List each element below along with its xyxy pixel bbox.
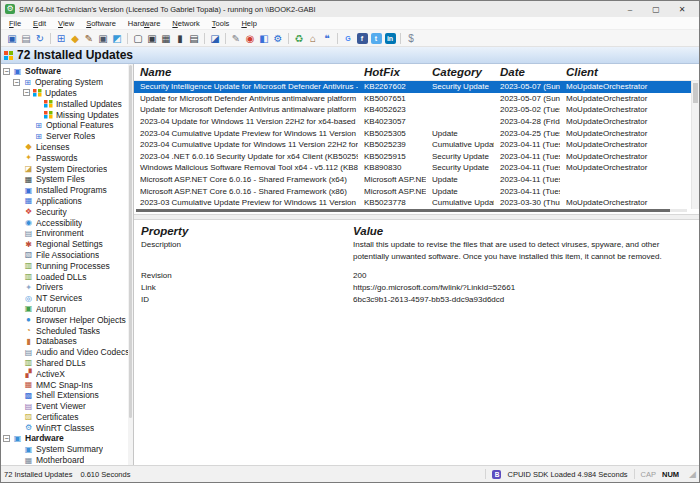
open-folder-icon[interactable]: ◪ bbox=[209, 32, 222, 45]
sidebar-item-server-roles[interactable]: ⊞Server Roles bbox=[1, 131, 133, 142]
column-header-name[interactable]: Name bbox=[134, 66, 358, 78]
sidebar-item-shell-extensions[interactable]: ▩Shell Extensions bbox=[1, 390, 133, 401]
sidebar-item-system-summary[interactable]: ▣System Summary bbox=[1, 444, 133, 455]
column-header-hotfix[interactable]: HotFix bbox=[358, 66, 426, 78]
linkedin-icon[interactable]: in bbox=[385, 33, 396, 44]
remote-support-icon[interactable]: ◧ bbox=[258, 32, 271, 45]
table-row[interactable]: Security Intelligence Update for Microso… bbox=[134, 81, 691, 93]
sidebar-item-event-viewer[interactable]: ▤Event Viewer bbox=[1, 401, 133, 412]
table-row[interactable]: 2023-03 Cumulative Update Preview for Wi… bbox=[134, 197, 691, 209]
sidebar-item-optional-features[interactable]: ⊞Optional Features bbox=[1, 120, 133, 131]
sidebar-item-missing-updates[interactable]: Missing Updates bbox=[1, 109, 133, 120]
table-row[interactable]: 2023-04 .NET 6.0.16 Security Update for … bbox=[134, 151, 691, 163]
table-row[interactable]: Windows Malicious Software Removal Tool … bbox=[134, 162, 691, 174]
phone-icon[interactable]: ▮ bbox=[174, 32, 187, 45]
menu-help[interactable]: Help bbox=[235, 19, 262, 28]
tree-expander[interactable]: − bbox=[23, 89, 30, 96]
sidebar-item-drivers[interactable]: ✦Drivers bbox=[1, 282, 133, 293]
sidebar-item-installed-programs[interactable]: ▣Installed Programs bbox=[1, 185, 133, 196]
column-header-client[interactable]: Client bbox=[560, 66, 691, 78]
stop-record-icon[interactable]: ◉ bbox=[244, 32, 257, 45]
minimize-button[interactable]: – bbox=[617, 5, 643, 14]
menu-view[interactable]: View bbox=[52, 19, 80, 28]
sidebar-item-activex[interactable]: ▞ActiveX bbox=[1, 368, 133, 379]
sidebar-item-scheduled-tasks[interactable]: ◔Scheduled Tasks bbox=[1, 325, 133, 336]
sidebar-item-loaded-dlls[interactable]: ▥Loaded DLLs bbox=[1, 271, 133, 282]
table-row[interactable]: 2023-04 Cumulative Update Preview for Wi… bbox=[134, 127, 691, 139]
sidebar-item-software[interactable]: −▣Software bbox=[1, 66, 133, 77]
monitor-test-icon[interactable]: ▣ bbox=[97, 32, 110, 45]
menu-tools[interactable]: Tools bbox=[206, 19, 236, 28]
sidebar-item-system-files[interactable]: ▦System Files bbox=[1, 174, 133, 185]
sidebar-item-audio-and-video-codecs[interactable]: ▤Audio and Video Codecs bbox=[1, 347, 133, 358]
sidebar-item-winrt-classes[interactable]: ⚙WinRT Classes bbox=[1, 422, 133, 433]
home-icon[interactable]: ⌂ bbox=[307, 32, 320, 45]
sidebar-scrollbar-thumb[interactable] bbox=[129, 65, 132, 418]
resize-grip[interactable]: ◢ bbox=[689, 469, 696, 479]
device-icon[interactable]: ▤ bbox=[188, 32, 201, 45]
sidebar-item-hardware[interactable]: −▣Hardware bbox=[1, 433, 133, 444]
sidebar-item-autorun[interactable]: ▣Autorun bbox=[1, 304, 133, 315]
table-row[interactable]: 2023-04 Update for Windows 11 Version 22… bbox=[134, 116, 691, 128]
table-row[interactable]: Update for Microsoft Defender Antivirus … bbox=[134, 104, 691, 116]
settings-icon[interactable]: ⚙ bbox=[272, 32, 285, 45]
table-row[interactable]: Microsoft ASP.NET Core 6.0.16 - Shared F… bbox=[134, 174, 691, 186]
report-icon[interactable]: ⊞ bbox=[55, 32, 68, 45]
column-header-date[interactable]: Date bbox=[494, 66, 560, 78]
eco-icon[interactable]: ♻ bbox=[293, 32, 306, 45]
sidebar-item-mmc-snap-ins[interactable]: ▦MMC Snap-Ins bbox=[1, 379, 133, 390]
facebook-icon[interactable]: f bbox=[357, 33, 368, 44]
window-list-icon[interactable]: ▢ bbox=[132, 32, 145, 45]
twitter-icon[interactable]: t bbox=[371, 33, 382, 44]
table-hscroll-thumb[interactable] bbox=[136, 209, 670, 212]
sidebar-item-nt-services[interactable]: ◎NT Services bbox=[1, 293, 133, 304]
table-horizontal-scrollbar[interactable] bbox=[136, 209, 687, 212]
app-window-icon[interactable]: ▣ bbox=[146, 32, 159, 45]
menu-software[interactable]: Software bbox=[80, 19, 122, 28]
pen-icon[interactable]: ✎ bbox=[230, 32, 243, 45]
sidebar-item-installed-updates[interactable]: Installed Updates bbox=[1, 98, 133, 109]
feedback-icon[interactable]: ❝ bbox=[321, 32, 334, 45]
menu-file[interactable]: File bbox=[3, 19, 27, 28]
menu-hardware[interactable]: Hardware bbox=[122, 19, 167, 28]
close-button[interactable]: ✕ bbox=[669, 5, 695, 14]
sidebar-item-applications[interactable]: ▦Applications bbox=[1, 196, 133, 207]
eureka-icon[interactable]: ✎ bbox=[83, 32, 96, 45]
tree-expander[interactable]: − bbox=[3, 435, 10, 442]
license-manager-icon[interactable]: ◆ bbox=[69, 32, 82, 45]
sidebar-item-security[interactable]: ❖Security bbox=[1, 206, 133, 217]
sidebar-item-system-directories[interactable]: ◪System Directories bbox=[1, 163, 133, 174]
print-icon[interactable]: ▤ bbox=[20, 32, 33, 45]
donate-icon[interactable]: $ bbox=[405, 32, 418, 45]
sidebar-item-accessibility[interactable]: ◉Accessibility bbox=[1, 217, 133, 228]
google-icon[interactable]: G bbox=[343, 33, 354, 44]
menu-network[interactable]: Network bbox=[166, 19, 206, 28]
tree-expander[interactable]: − bbox=[3, 68, 10, 75]
sidebar-scrollbar[interactable] bbox=[128, 64, 133, 465]
sidebar-item-updates[interactable]: −Updates bbox=[1, 88, 133, 99]
table-vscroll-thumb[interactable] bbox=[693, 83, 698, 103]
tree-expander[interactable]: − bbox=[13, 79, 20, 86]
sidebar-item-databases[interactable]: ▮Databases bbox=[1, 336, 133, 347]
sidebar-item-browser-helper-objects[interactable]: ●Browser Helper Objects bbox=[1, 314, 133, 325]
table-row[interactable]: Update for Microsoft Defender Antivirus … bbox=[134, 93, 691, 105]
sidebar-item-motherboard[interactable]: ▦Motherboard bbox=[1, 455, 133, 465]
menu-edit[interactable]: Edit bbox=[27, 19, 52, 28]
sidebar-item-environment[interactable]: ▤Environment bbox=[1, 228, 133, 239]
sidebar-item-licenses[interactable]: ◆Licenses bbox=[1, 142, 133, 153]
sidebar-item-regional-settings[interactable]: ✱Regional Settings bbox=[1, 239, 133, 250]
column-header-category[interactable]: Category bbox=[426, 66, 494, 78]
maximize-button[interactable]: ▢ bbox=[643, 5, 669, 14]
table-row[interactable]: 2023-04 Cumulative Update for Windows 11… bbox=[134, 139, 691, 151]
sidebar-item-file-associations[interactable]: ▧File Associations bbox=[1, 250, 133, 261]
sidebar-item-passwords[interactable]: ✦Passwords bbox=[1, 152, 133, 163]
sidebar-item-running-processes[interactable]: ▥Running Processes bbox=[1, 260, 133, 271]
refresh-icon[interactable]: ↻ bbox=[34, 32, 47, 45]
screenshot-icon[interactable]: ◩ bbox=[111, 32, 124, 45]
sidebar-item-certificates[interactable]: ▨Certificates bbox=[1, 412, 133, 423]
table-row[interactable]: Microsoft ASP.NET Core 6.0.16 - Shared F… bbox=[134, 185, 691, 197]
sidebar-item-operating-system[interactable]: −⊞Operating System bbox=[1, 77, 133, 88]
save-icon[interactable]: ▣ bbox=[6, 32, 19, 45]
sidebar-item-shared-dlls[interactable]: ▥Shared DLLs bbox=[1, 358, 133, 369]
table-vertical-scrollbar[interactable] bbox=[691, 81, 699, 209]
